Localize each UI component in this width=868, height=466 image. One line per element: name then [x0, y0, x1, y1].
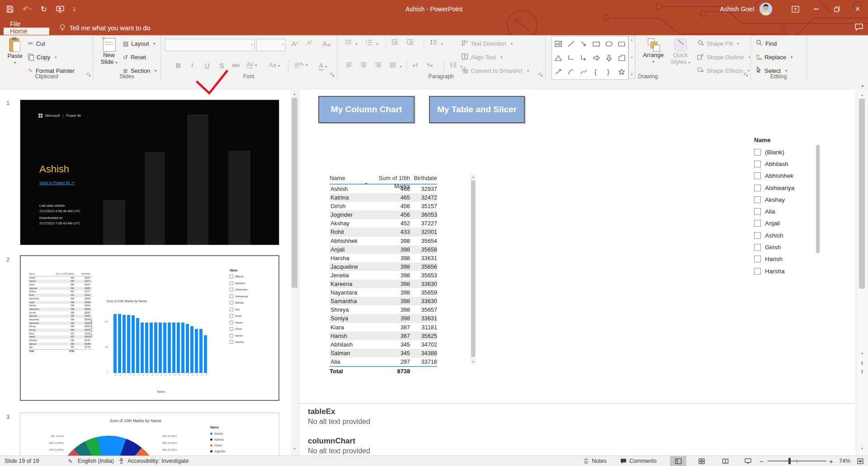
start-slideshow-icon[interactable] [56, 6, 64, 13]
table-row[interactable]: Nayantara39835659 [330, 288, 437, 297]
ribbon-display-options-icon[interactable] [785, 0, 806, 18]
tab-home[interactable]: Home [4, 28, 49, 35]
bullets-icon[interactable] [345, 39, 357, 47]
close-icon[interactable]: ✕ [847, 0, 868, 18]
table-row[interactable]: Soniya39833631 [330, 314, 437, 323]
slicer-item[interactable]: Harish [230, 333, 248, 339]
zoom-in-icon[interactable]: + [829, 456, 833, 466]
left-to-right-icon[interactable]: ▸¶ [413, 62, 418, 68]
change-case-icon[interactable]: Aa [269, 62, 280, 68]
shrink-font-icon[interactable]: A▾ [307, 40, 312, 46]
align-left-icon[interactable] [346, 62, 353, 70]
previous-slide-icon[interactable]: ▲▲ [856, 359, 868, 366]
slicer-item[interactable]: Anjali [754, 218, 826, 229]
accessibility-status[interactable]: Accessibility: Investigate [127, 456, 189, 466]
save-icon[interactable] [6, 5, 14, 13]
fit-slide-to-window-icon[interactable] [854, 456, 866, 466]
font-dialog-launcher-icon[interactable] [330, 71, 335, 79]
checkbox-icon[interactable] [230, 295, 233, 298]
checkbox-icon[interactable] [754, 196, 761, 203]
table-row[interactable]: Akshay45237227 [330, 219, 437, 228]
cut-button[interactable]: ✂ Cut [28, 38, 45, 49]
align-text-button[interactable]: Align Text [462, 51, 502, 63]
checkbox-icon[interactable] [754, 185, 761, 191]
slide-thumbnail-1[interactable]: Microsoft | Power BI Ashish View in Powe… [20, 100, 279, 245]
shape-arrow-icon[interactable] [577, 37, 590, 51]
slicer-item[interactable]: Anjali [230, 313, 248, 319]
table-row[interactable]: Shreya39835657 [330, 305, 437, 314]
slicer-scrollbar-thumb[interactable] [816, 145, 820, 253]
shape-oval-icon[interactable] [603, 37, 615, 51]
underline-icon[interactable]: U [205, 62, 210, 69]
slicer-item[interactable]: Akshay [754, 194, 826, 205]
shape-gallery-scrollbar[interactable]: ▴ ▾ ▾ [628, 36, 635, 79]
gallery-down-icon[interactable]: ▾ [631, 56, 633, 59]
paste-button[interactable]: Paste [5, 37, 25, 66]
minimize-icon[interactable] [806, 0, 826, 18]
checkbox-icon[interactable] [754, 232, 761, 239]
clear-formatting-icon[interactable]: A [322, 40, 330, 48]
slicer-item[interactable]: Ashish [754, 229, 826, 241]
highlight-color-icon[interactable]: ab✎ [294, 62, 307, 67]
proofing-icon[interactable]: ✎ [68, 456, 73, 466]
slicer-item[interactable]: (Blank) [230, 273, 248, 280]
checkbox-icon[interactable] [754, 256, 761, 262]
italic-icon[interactable]: I [191, 62, 193, 69]
table-row[interactable]: Harish36735625 [330, 332, 437, 340]
checkbox-icon[interactable] [230, 288, 233, 291]
checkbox-icon[interactable] [230, 308, 233, 311]
increase-indent-icon[interactable] [406, 39, 414, 47]
checkbox-icon[interactable] [230, 334, 233, 338]
slide-thumbnail-2[interactable]: Name Sum of 10th Marks Birthdate Ashish4… [20, 255, 279, 401]
notes-pane-divider[interactable] [299, 403, 856, 404]
line-spacing-icon[interactable] [430, 39, 443, 47]
slicer-item[interactable]: Girish [754, 241, 826, 253]
thumbnail-scrollbar[interactable]: ▲ ▼ [291, 90, 298, 456]
zoom-slider-track[interactable] [768, 461, 826, 461]
bold-icon[interactable]: B [176, 62, 181, 69]
shape-rounded-rectangle-icon[interactable] [615, 37, 628, 51]
shape-rectangle-icon[interactable] [590, 37, 603, 51]
table-row[interactable]: Jenelia39835653 [330, 271, 437, 280]
table-row[interactable]: Salman34534388 [330, 349, 437, 357]
powerbi-table-visual[interactable]: Name Sum of 10th Marks Birthdate ▼ Ashis… [330, 174, 437, 377]
accessibility-icon[interactable] [118, 456, 124, 466]
shape-elbow-connector-icon[interactable] [565, 51, 577, 65]
slicer-item[interactable]: Abhilash [230, 280, 248, 287]
numbering-icon[interactable]: 12 [366, 39, 378, 47]
slicer-item[interactable]: Akshay [230, 300, 248, 306]
table-row[interactable]: Joginder45636053 [330, 210, 437, 219]
slicer-item[interactable]: Abhishhek [754, 170, 826, 182]
shape-fill-button[interactable]: Shape Fill [697, 38, 739, 49]
shape-triangle-icon[interactable] [552, 51, 565, 65]
font-name-combobox[interactable] [165, 39, 255, 51]
slicer-item[interactable]: Alia [754, 205, 826, 217]
share-comment-icon[interactable] [854, 23, 863, 33]
zoom-level[interactable]: 74% [839, 456, 850, 466]
slicer-item[interactable]: Abhilash [754, 158, 826, 170]
checkbox-icon[interactable] [754, 161, 761, 167]
character-spacing-icon[interactable]: AV [246, 62, 257, 68]
restore-icon[interactable] [826, 0, 847, 18]
shape-right-arrow-icon[interactable] [590, 51, 603, 65]
arrange-button[interactable]: Arrange [641, 38, 665, 65]
layout-button[interactable]: ▤ Layout [123, 38, 155, 49]
normal-view-button[interactable] [670, 456, 686, 466]
table-row[interactable]: Kiara38731181 [330, 323, 437, 332]
slide-sorter-view-button[interactable] [693, 456, 710, 466]
tab-file[interactable]: File [4, 20, 49, 28]
zoom-slider-thumb[interactable] [788, 458, 791, 464]
undo-icon[interactable]: ↶▾ [23, 5, 32, 14]
notes-scroll-down-icon[interactable]: ▼ [856, 445, 868, 452]
avatar[interactable] [760, 3, 772, 15]
checkbox-icon[interactable] [230, 301, 233, 304]
tell-me-box[interactable]: Tell me what you want to do [59, 20, 151, 35]
slicer-item[interactable]: Harsha [754, 265, 826, 277]
checkbox-icon[interactable] [754, 244, 761, 251]
table-scrollbar[interactable]: ▲ ▼ [470, 174, 476, 365]
checkbox-icon[interactable] [230, 281, 233, 285]
view-in-powerbi-link[interactable]: View in Power BI ↗ [39, 181, 75, 185]
powerbi-slicer-visual[interactable]: Name (Blank)AbhilashAbhishhekAishwariyaA… [754, 137, 826, 277]
font-size-combobox[interactable] [256, 39, 285, 51]
slicer-item[interactable]: Alia [230, 306, 248, 313]
